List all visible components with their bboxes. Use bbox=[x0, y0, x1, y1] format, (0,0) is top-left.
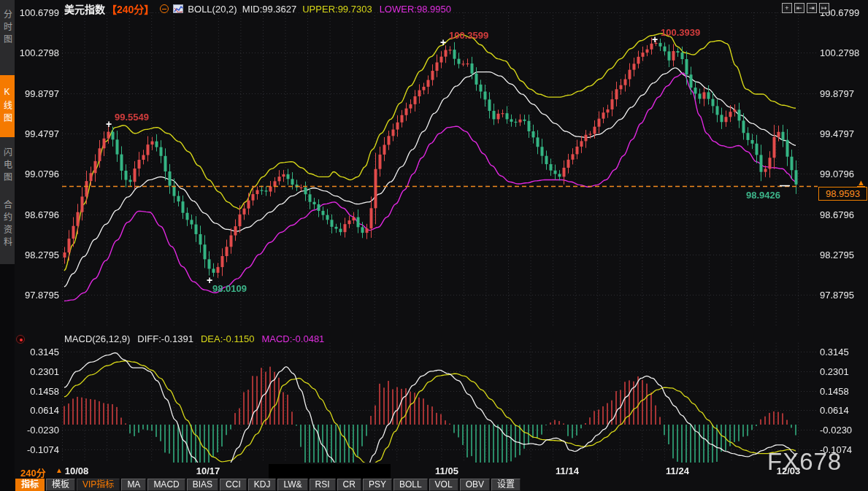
boll-lower-value: LOWER:98.9950 bbox=[380, 4, 451, 15]
timeframe-label[interactable]: 240分 bbox=[20, 465, 46, 479]
toolbar-button-BIAS[interactable]: BIAS bbox=[187, 479, 218, 491]
sidebar-item-label: 合约资料 bbox=[1, 200, 14, 250]
macd-marker-icon[interactable] bbox=[16, 335, 25, 344]
toolbar-button-设置[interactable]: 设置 bbox=[491, 479, 521, 491]
date-label: 11/14 bbox=[545, 465, 589, 476]
indicator-toolbar: 指标模板VIP指标MAMACDBIASCCIKDJLW&RSICRPSYBOLL… bbox=[15, 479, 521, 491]
toolbar-button-PSY[interactable]: PSY bbox=[363, 479, 392, 491]
time-axis: 240分 ▲ 10/0810/1711/0511/1411/2412/03 bbox=[0, 464, 868, 479]
sidebar-item-kline-chart[interactable]: K线图 bbox=[0, 75, 15, 137]
zoom-axis-left-icon[interactable]: ⇤ bbox=[794, 3, 804, 13]
date-label: 10/08 bbox=[55, 465, 99, 476]
toolbar-button-BOLL[interactable]: BOLL bbox=[393, 479, 428, 491]
toolbar-button-KDJ[interactable]: KDJ bbox=[248, 479, 277, 491]
sidebar-item-time-chart[interactable]: 分时图 bbox=[0, 4, 15, 52]
toolbar-button-指标[interactable]: 指标 bbox=[15, 479, 45, 491]
toolbar-button-CR[interactable]: CR bbox=[337, 479, 361, 491]
boll-upper-value: UPPER:99.7303 bbox=[302, 4, 372, 15]
pan-tool-icon[interactable]: + bbox=[782, 3, 792, 13]
date-label: 11/24 bbox=[656, 465, 699, 476]
macd-name: MACD(26,12,9) bbox=[64, 333, 130, 344]
toolbar-button-VOL[interactable]: VOL bbox=[429, 479, 458, 491]
last-price-box: 98.9593 bbox=[818, 187, 867, 201]
toolbar-button-RSI[interactable]: RSI bbox=[310, 479, 336, 491]
sidebar-item-flash-chart[interactable]: 闪电图 bbox=[0, 142, 15, 190]
toolbar-button-CCI[interactable]: CCI bbox=[220, 479, 247, 491]
date-label: 11/05 bbox=[425, 465, 469, 476]
sidebar-item-label: 分时图 bbox=[1, 9, 14, 47]
scroll-right-icon[interactable]: ↦ bbox=[819, 3, 829, 13]
price-up-arrow-icon: ▲ bbox=[857, 179, 865, 187]
minus-circle-icon[interactable] bbox=[160, 4, 169, 13]
toolbar-button-VIP指标[interactable]: VIP指标 bbox=[77, 479, 120, 491]
chart-header: 美元指数 【240分】 BOLL(20,2) MID:99.3627 UPPER… bbox=[64, 2, 451, 15]
boll-label: BOLL(20,2) MID:99.3627 bbox=[188, 4, 296, 15]
redacted-box bbox=[269, 464, 391, 479]
toolbar-button-OBV[interactable]: OBV bbox=[460, 479, 490, 491]
window-controls: +⇤⇥↦ bbox=[782, 3, 829, 13]
sidebar: 分时图K线图闪电图合约资料 bbox=[0, 0, 15, 491]
sidebar-item-contract-info[interactable]: 合约资料 bbox=[0, 191, 15, 258]
toolbar-button-MACD[interactable]: MACD bbox=[147, 479, 185, 491]
period-label: 【240分】 bbox=[107, 1, 154, 16]
toolbar-button-模板[interactable]: 模板 bbox=[46, 479, 75, 491]
macd-dea-value: DEA:-0.1150 bbox=[201, 333, 254, 344]
symbol-name: 美元指数 bbox=[64, 1, 105, 16]
chart-type-icon[interactable] bbox=[173, 4, 183, 13]
chart-canvas[interactable] bbox=[0, 0, 868, 491]
toolbar-button-LW&[interactable]: LW& bbox=[277, 479, 307, 491]
macd-macd-value: MACD:-0.0481 bbox=[261, 333, 324, 344]
watermark: FX678 bbox=[767, 448, 842, 476]
macd-diff-value: DIFF:-0.1391 bbox=[137, 333, 193, 344]
date-label: 10/17 bbox=[186, 465, 230, 476]
sidebar-item-label: 闪电图 bbox=[1, 147, 14, 185]
toolbar-button-MA[interactable]: MA bbox=[121, 479, 146, 491]
sidebar-item-label: K线图 bbox=[1, 87, 14, 125]
zoom-axis-right-icon[interactable]: ⇥ bbox=[807, 3, 817, 13]
macd-header: MACD(26,12,9) DIFF:-0.1391 DEA:-0.1150 M… bbox=[64, 333, 324, 344]
